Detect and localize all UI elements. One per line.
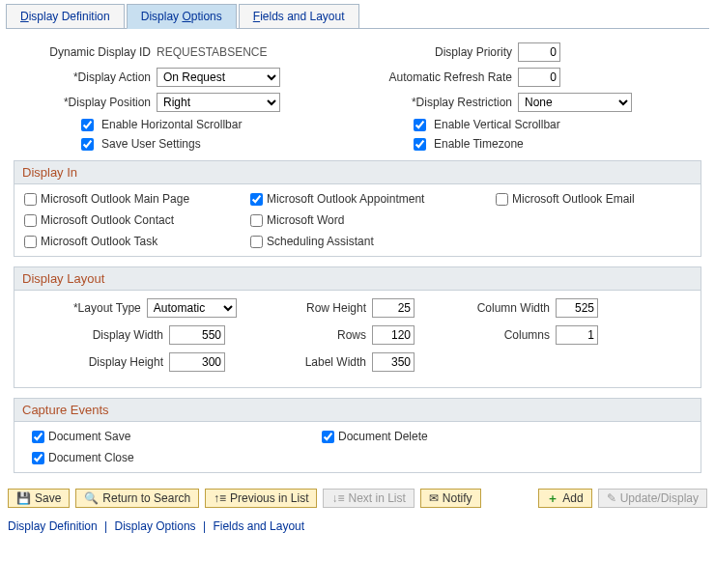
display-position-label: *Display Position: [14, 96, 157, 109]
add-label: Add: [562, 491, 583, 505]
outlook-task-label: Microsoft Outlook Task: [41, 235, 157, 248]
action-bar: 💾Save 🔍Return to Search ↑≡Previous in Li…: [6, 483, 709, 518]
document-save-checkbox[interactable]: [32, 431, 44, 443]
footer-link-display-options[interactable]: Display Options: [115, 519, 196, 533]
outlook-main-page-checkbox[interactable]: [24, 193, 37, 206]
document-delete-label: Document Delete: [338, 430, 428, 443]
display-position-select[interactable]: Right: [157, 93, 280, 112]
microsoft-word-label: Microsoft Word: [267, 213, 344, 227]
outlook-task-checkbox[interactable]: [24, 236, 37, 248]
enable-horizontal-scrollbar-label: Enable Horizontal Scrollbar: [98, 118, 242, 131]
column-width-label: Column Width: [420, 301, 556, 315]
save-user-settings-checkbox[interactable]: [81, 138, 94, 151]
document-close-checkbox[interactable]: [32, 452, 44, 464]
outlook-contact-label: Microsoft Outlook Contact: [41, 213, 174, 227]
document-save-label: Document Save: [48, 430, 130, 443]
next-icon: ↓≡: [331, 492, 344, 504]
label-width-input[interactable]: [372, 352, 415, 372]
notify-button[interactable]: ✉Notify: [420, 489, 481, 508]
capture-events-group: Capture Events Document Save Document De…: [14, 398, 701, 473]
display-layout-group: Display Layout *Layout TypeAutomatic Row…: [14, 266, 701, 388]
outlook-main-page-label: Microsoft Outlook Main Page: [41, 192, 189, 206]
save-icon: 💾: [16, 492, 31, 504]
rows-input[interactable]: [372, 325, 415, 345]
row-height-label: Row Height: [237, 301, 372, 315]
document-delete-checkbox[interactable]: [322, 431, 334, 443]
footer-link-fields-and-layout[interactable]: Fields and Layout: [213, 519, 304, 533]
automatic-refresh-rate-label: Automatic Refresh Rate: [332, 70, 518, 84]
display-in-title: Display In: [14, 161, 701, 184]
row-height-input[interactable]: [372, 298, 415, 318]
tab-display-definition[interactable]: Display Definition: [6, 4, 125, 28]
display-width-input[interactable]: [169, 325, 225, 345]
column-width-input[interactable]: [556, 298, 598, 318]
display-height-input[interactable]: [169, 352, 225, 372]
previous-icon: ↑≡: [214, 492, 226, 504]
dynamic-display-id-value: REQUESTABSENCE: [157, 45, 267, 59]
layout-type-select[interactable]: Automatic: [147, 298, 237, 318]
enable-vertical-scrollbar-checkbox[interactable]: [414, 119, 426, 131]
search-icon: 🔍: [84, 492, 99, 504]
footer-links: Display Definition | Display Options | F…: [6, 518, 709, 539]
update-display-label: Update/Display: [620, 491, 699, 505]
rows-label: Rows: [237, 328, 372, 342]
outlook-email-label: Microsoft Outlook Email: [512, 192, 635, 206]
display-width-label: Display Width: [24, 328, 169, 342]
display-restriction-select[interactable]: None: [518, 93, 632, 112]
return-to-search-button[interactable]: 🔍Return to Search: [75, 489, 199, 508]
outlook-appointment-checkbox[interactable]: [250, 193, 263, 206]
display-priority-label: Display Priority: [332, 45, 518, 59]
automatic-refresh-rate-input[interactable]: [518, 68, 560, 87]
previous-in-list-label: Previous in List: [230, 491, 308, 505]
enable-timezone-label: Enable Timezone: [430, 137, 524, 151]
next-in-list-button: ↓≡Next in List: [323, 489, 414, 508]
display-layout-title: Display Layout: [14, 267, 701, 291]
notify-icon: ✉: [429, 492, 439, 504]
update-icon: ✎: [607, 492, 616, 504]
microsoft-word-checkbox[interactable]: [250, 214, 263, 227]
footer-link-display-definition[interactable]: Display Definition: [8, 519, 98, 533]
outlook-appointment-label: Microsoft Outlook Appointment: [267, 192, 424, 206]
columns-label: Columns: [420, 328, 556, 342]
save-button-label: Save: [35, 491, 61, 505]
tab-strip: Display Definition Display Options Field…: [6, 4, 709, 29]
display-priority-input[interactable]: [518, 42, 560, 62]
display-height-label: Display Height: [24, 355, 169, 369]
add-icon: ＋: [547, 492, 558, 504]
save-button[interactable]: 💾Save: [8, 489, 70, 508]
columns-input[interactable]: [556, 325, 598, 345]
outlook-contact-checkbox[interactable]: [24, 214, 37, 227]
display-in-group: Display In Microsoft Outlook Main Page M…: [14, 160, 701, 257]
add-button[interactable]: ＋Add: [538, 489, 591, 508]
scheduling-assistant-checkbox[interactable]: [250, 236, 263, 248]
display-restriction-label: *Display Restriction: [332, 96, 518, 109]
tab-fields-and-layout[interactable]: Fields and Layout: [239, 4, 359, 28]
next-in-list-label: Next in List: [348, 491, 405, 505]
enable-horizontal-scrollbar-checkbox[interactable]: [81, 119, 94, 131]
outlook-email-checkbox[interactable]: [496, 193, 508, 206]
dynamic-display-id-label: Dynamic Display ID: [14, 45, 157, 59]
return-to-search-label: Return to Search: [102, 491, 190, 505]
save-user-settings-label: Save User Settings: [98, 137, 201, 151]
label-width-label: Label Width: [237, 355, 372, 369]
previous-in-list-button[interactable]: ↑≡Previous in List: [205, 489, 317, 508]
tab-label: isplay Definition: [29, 10, 110, 23]
capture-events-title: Capture Events: [14, 399, 701, 422]
display-action-select[interactable]: On Request: [157, 68, 280, 87]
layout-type-label: *Layout Type: [24, 301, 147, 315]
scheduling-assistant-label: Scheduling Assistant: [267, 235, 374, 248]
enable-timezone-checkbox[interactable]: [414, 138, 426, 151]
notify-label: Notify: [443, 491, 472, 505]
document-close-label: Document Close: [48, 451, 134, 464]
display-action-label: *Display Action: [14, 70, 157, 84]
update-display-button: ✎Update/Display: [598, 489, 707, 508]
enable-vertical-scrollbar-label: Enable Vertical Scrollbar: [430, 118, 560, 131]
tab-display-options[interactable]: Display Options: [127, 4, 237, 29]
